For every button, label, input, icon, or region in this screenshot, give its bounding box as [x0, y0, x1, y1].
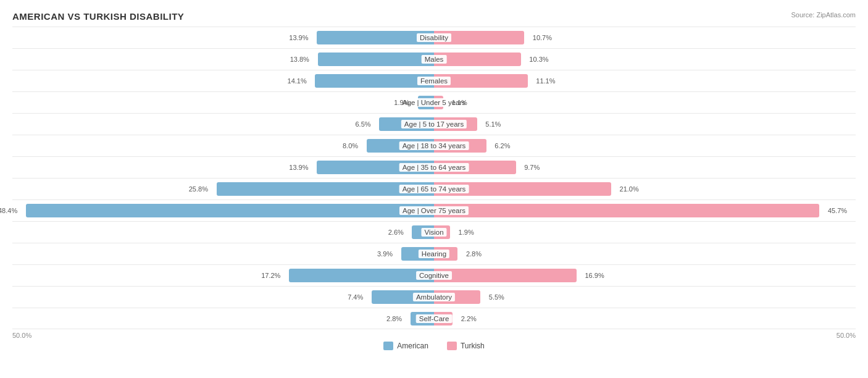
bar-inner: Age | 5 to 17 years6.5%5.1%	[12, 114, 856, 135]
bar-center-label: Disability	[417, 33, 451, 42]
bar-row: Age | Under 5 years1.9%1.1%	[12, 91, 856, 113]
bar-left-value: 7.4%	[348, 293, 363, 301]
bar-row: Males13.8%10.3%	[12, 48, 856, 70]
bar-right-value: 21.0%	[620, 185, 639, 193]
bar-right-value: 1.9%	[459, 229, 474, 236]
bar-row: Hearing3.9%2.8%	[12, 243, 856, 264]
bar-left-value: 13.8%	[290, 56, 309, 63]
bar-left-value: 17.2%	[261, 272, 280, 279]
bar-inner: Disability13.9%10.7%	[12, 27, 856, 48]
bar-american	[26, 204, 434, 217]
axis-left-label: 50.0%	[12, 332, 31, 339]
bar-left-value: 48.4%	[0, 207, 17, 214]
bar-inner: Age | 18 to 34 years8.0%6.2%	[12, 135, 856, 156]
bar-row: Disability13.9%10.7%	[12, 27, 856, 48]
bar-center-label: Age | 65 to 74 years	[399, 185, 469, 193]
bar-center-label: Females	[417, 77, 451, 85]
bar-american	[318, 52, 435, 66]
chart-title: AMERICAN VS TURKISH DISABILITY	[12, 11, 856, 22]
bar-right-value: 2.8%	[466, 250, 482, 258]
bar-left-value: 25.8%	[189, 185, 208, 193]
bar-left-value: 6.5%	[355, 120, 370, 128]
bar-turkish	[434, 204, 819, 217]
bar-right-value: 5.1%	[485, 120, 501, 128]
bar-center-label: Age | 5 to 17 years	[401, 120, 467, 128]
bar-center-label: Self-Care	[416, 314, 453, 323]
bar-left-value: 13.9%	[289, 164, 308, 171]
bar-american	[289, 269, 434, 282]
bar-american	[315, 74, 434, 88]
legend: American Turkish	[12, 342, 856, 350]
legend-turkish: Turkish	[447, 342, 485, 350]
bar-left-value: 13.9%	[289, 34, 308, 41]
bar-row: Age | Over 75 years48.4%45.7%	[12, 200, 856, 221]
bar-center-label: Vision	[421, 228, 446, 237]
bar-turkish	[434, 52, 521, 66]
bar-turkish	[434, 269, 577, 282]
bar-right-value: 16.9%	[585, 272, 604, 279]
bar-inner: Hearing3.9%2.8%	[12, 243, 856, 264]
bar-center-label: Males	[422, 55, 447, 64]
bar-right-value: 10.7%	[533, 34, 552, 41]
bar-left-value: 1.9%	[394, 99, 409, 106]
bar-center-label: Age | Over 75 years	[399, 206, 469, 215]
bar-row: Self-Care2.8%2.2%	[12, 308, 856, 329]
bar-inner: Vision2.6%1.9%	[12, 222, 856, 243]
legend-turkish-icon	[447, 342, 457, 350]
bar-right-value: 9.7%	[524, 164, 540, 171]
bar-left-value: 8.0%	[343, 142, 358, 149]
bar-row: Females14.1%11.1%	[12, 70, 856, 91]
bar-inner: Self-Care2.8%2.2%	[12, 308, 856, 329]
bar-inner: Age | Over 75 years48.4%45.7%	[12, 200, 856, 221]
bar-row: Ambulatory7.4%5.5%	[12, 286, 856, 308]
bar-row: Cognitive17.2%16.9%	[12, 264, 856, 286]
bar-left-value: 14.1%	[288, 77, 307, 85]
rows-wrapper: Disability13.9%10.7%Males13.8%10.3%Femal…	[12, 27, 856, 329]
bar-inner: Age | 65 to 74 years25.8%21.0%	[12, 178, 856, 200]
bar-row: Vision2.6%1.9%	[12, 221, 856, 243]
legend-american-label: American	[397, 342, 428, 350]
bar-center-label: Ambulatory	[413, 293, 455, 301]
bar-left-value: 3.9%	[377, 250, 393, 258]
bar-right-value: 1.1%	[452, 99, 467, 106]
legend-american: American	[383, 342, 428, 350]
axis-right-label: 50.0%	[837, 332, 856, 339]
bar-left-value: 2.6%	[388, 229, 404, 236]
bar-right-value: 2.2%	[461, 315, 477, 322]
bar-center-label: Age | 18 to 34 years	[399, 141, 469, 150]
bar-right-value: 11.1%	[536, 77, 555, 85]
bar-center-label: Hearing	[419, 250, 449, 258]
bar-inner: Males13.8%10.3%	[12, 49, 856, 70]
bar-right-value: 6.2%	[495, 142, 510, 149]
legend-turkish-label: Turkish	[461, 342, 485, 350]
bar-row: Age | 35 to 64 years13.9%9.7%	[12, 156, 856, 178]
bar-right-value: 45.7%	[828, 207, 847, 214]
legend-american-icon	[383, 342, 393, 350]
bar-inner: Ambulatory7.4%5.5%	[12, 287, 856, 308]
bar-right-value: 5.5%	[489, 293, 504, 301]
bar-row: Age | 5 to 17 years6.5%5.1%	[12, 113, 856, 135]
bar-inner: Age | Under 5 years1.9%1.1%	[12, 92, 856, 113]
chart-area: Disability13.9%10.7%Males13.8%10.3%Femal…	[12, 27, 856, 338]
axis-bottom: 50.0% 50.0%	[12, 329, 856, 339]
bar-center-label: Cognitive	[416, 271, 452, 280]
chart-source: Source: ZipAtlas.com	[791, 11, 856, 19]
bar-left-value: 2.8%	[386, 315, 402, 322]
bar-inner: Females14.1%11.1%	[12, 70, 856, 91]
bar-center-label: Age | 35 to 64 years	[399, 163, 469, 172]
bar-inner: Age | 35 to 64 years13.9%9.7%	[12, 157, 856, 178]
bar-inner: Cognitive17.2%16.9%	[12, 265, 856, 286]
bar-row: Age | 65 to 74 years25.8%21.0%	[12, 178, 856, 200]
chart-container: AMERICAN VS TURKISH DISABILITY Source: Z…	[0, 0, 868, 378]
bar-row: Age | 18 to 34 years8.0%6.2%	[12, 135, 856, 156]
bar-right-value: 10.3%	[529, 56, 548, 63]
